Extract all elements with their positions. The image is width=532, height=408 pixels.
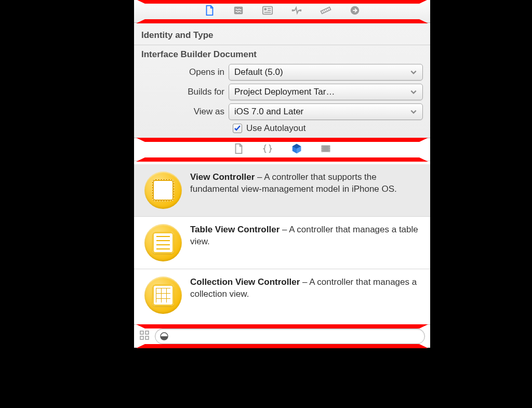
code-snippet-library-tab[interactable] [262,143,273,156]
opens-in-dropdown[interactable]: Default (5.0) [229,64,423,81]
autolayout-row: Use Autolayout [141,123,423,134]
svg-line-9 [323,10,324,12]
svg-rect-17 [322,146,323,147]
autolayout-label: Use Autolayout [246,123,305,134]
view-as-row: View as iOS 7.0 and Later [141,103,423,120]
library-item-table-view-controller[interactable]: Table View Controller – A controller tha… [134,217,430,269]
builds-for-label: Builds for [141,87,229,97]
svg-rect-2 [264,8,267,10]
autolayout-checkbox[interactable] [233,124,242,133]
svg-rect-0 [234,6,243,14]
library-filter-highlight [134,325,430,348]
view-as-label: View as [141,107,229,117]
svg-rect-6 [292,9,294,11]
view-as-value: iOS 7.0 and Later [234,107,303,117]
ib-document-section-title: Interface Builder Document [141,49,423,60]
svg-rect-26 [145,336,149,339]
filter-scope-icon [159,332,169,341]
svg-rect-22 [329,150,330,151]
object-library-tab[interactable] [291,143,302,156]
media-library-tab[interactable] [320,143,331,156]
opens-in-value: Default (5.0) [234,67,283,77]
library-filter-field[interactable] [155,328,425,344]
library-item-title: Collection View Controller [190,277,300,287]
opens-in-label: Opens in [141,67,229,77]
attributes-inspector-tab[interactable] [291,5,302,18]
identity-section-title: Identity and Type [141,30,423,41]
chevron-down-icon [410,88,417,96]
size-inspector-tab[interactable] [320,5,331,18]
table-view-controller-icon [144,224,182,261]
grid-icon [139,330,150,340]
inspector-tabbar-highlight [134,0,430,23]
svg-rect-19 [322,150,323,151]
chevron-down-icon [410,69,417,76]
svg-rect-21 [329,148,330,149]
svg-rect-23 [140,331,143,334]
file-inspector-tab[interactable] [204,5,215,18]
view-as-dropdown[interactable]: iOS 7.0 and Later [229,103,423,120]
svg-rect-8 [321,7,331,14]
quickhelp-tab[interactable] [233,5,244,18]
object-library-list: View Controller – A controller that supp… [134,161,430,325]
svg-line-12 [328,8,329,10]
svg-rect-18 [322,148,323,149]
file-template-library-tab[interactable] [233,143,244,156]
builds-for-row: Builds for Project Deployment Tar… [141,84,423,100]
svg-line-10 [324,9,325,12]
icon-view-toggle[interactable] [139,330,150,343]
svg-line-11 [326,8,327,11]
builds-for-dropdown[interactable]: Project Deployment Tar… [229,84,423,100]
collection-view-controller-icon [144,277,182,314]
library-tabbar-highlight [134,138,430,161]
library-item-title: View Controller [190,172,255,182]
view-controller-icon [144,172,182,209]
checkmark-icon [234,125,241,132]
chevron-down-icon [410,108,417,115]
file-inspector-content: Identity and Type Interface Builder Docu… [134,23,430,138]
connections-inspector-tab[interactable] [349,5,361,18]
library-filter-input[interactable] [172,331,420,341]
library-item-view-controller[interactable]: View Controller – A controller that supp… [134,164,430,217]
identity-inspector-tab[interactable] [262,5,273,18]
builds-for-value: Project Deployment Tar… [234,87,335,97]
library-item-title: Table View Controller [190,225,280,234]
svg-rect-20 [329,146,330,147]
svg-rect-7 [300,9,302,11]
svg-rect-24 [145,331,149,334]
utilities-panel: Identity and Type Interface Builder Docu… [134,0,430,408]
opens-in-row: Opens in Default (5.0) [141,64,423,81]
svg-rect-25 [140,336,143,339]
library-item-collection-view-controller[interactable]: Collection View Controller – A controlle… [134,269,430,321]
